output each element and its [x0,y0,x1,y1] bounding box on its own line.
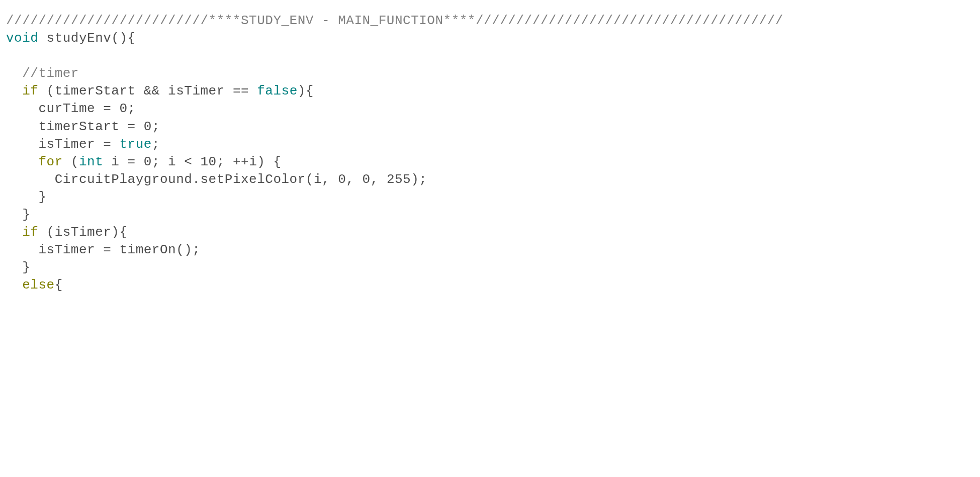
code-token: int [79,154,103,169]
code-token: , [371,172,387,187]
code-token: CircuitPlayground.setPixelColor(i, [55,172,338,187]
code-token: /////////////////////////****STUDY_ENV -… [6,13,783,28]
code-token: ){ [298,83,314,99]
code-token: ; i < [152,154,201,169]
code-token: 0 [144,119,152,134]
code-token: ; [152,119,160,134]
code-token: studyEnv(){ [38,31,135,46]
code-token: 0 [144,154,152,169]
code-token: //timer [22,66,79,81]
code-token: false [257,83,298,99]
code-token: timerStart = [38,119,143,134]
code-token: } [38,189,46,205]
code-token: i = [103,154,144,169]
code-token: } [22,207,30,222]
code-token: ; ++i) { [217,154,282,169]
code-token: ); [411,172,427,187]
code-token: 0 [363,172,371,187]
code-token: { [55,277,63,293]
code-token: void [6,31,38,46]
code-token: true [119,137,151,152]
code-token: for [38,154,62,169]
code-token: 0 [338,172,346,187]
code-token: if [22,225,38,240]
code-token: else [22,277,54,293]
code-token: if [22,83,38,99]
code-block: /////////////////////////****STUDY_ENV -… [0,0,980,307]
code-token: ( [63,154,79,169]
code-token: isTimer = [38,137,119,152]
code-token: ; [152,137,160,152]
code-token: isTimer = timerOn(); [38,242,200,257]
code-token: 0 [119,101,127,116]
code-token: 10 [201,154,217,169]
code-token: curTime = [38,101,119,116]
code-token: } [22,260,30,275]
code-token: , [346,172,362,187]
code-token: 255 [387,172,411,187]
code-token: (isTimer){ [38,225,127,240]
code-token: (timerStart && isTimer == [38,83,257,99]
code-token: ; [128,101,136,116]
